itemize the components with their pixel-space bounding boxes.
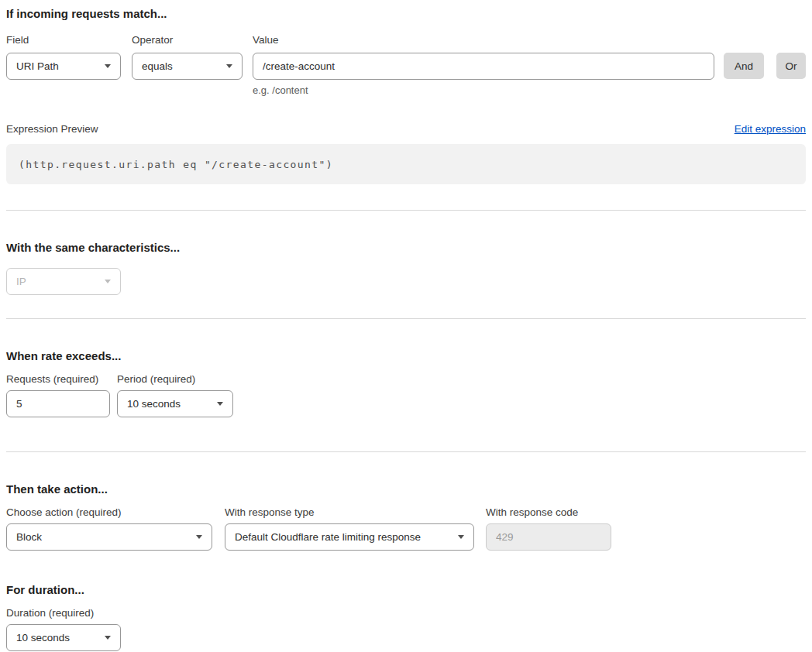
rate-heading: When rate exceeds... <box>6 348 806 364</box>
section-characteristics: With the same characteristics... IP <box>6 240 806 295</box>
section-rate: When rate exceeds... Requests (required)… <box>6 348 806 417</box>
value-input[interactable] <box>253 53 714 80</box>
duration-select-value: 10 seconds <box>16 632 70 643</box>
match-controls-row: Field URI Path Operator equals Value e.g… <box>6 34 806 96</box>
period-label: Period (required) <box>117 373 233 386</box>
response-type-select-value: Default Cloudflare rate limiting respons… <box>235 531 421 543</box>
characteristics-heading: With the same characteristics... <box>6 240 806 256</box>
expression-code-block: (http.request.uri.path eq "/create-accou… <box>6 144 806 184</box>
choose-action-label: Choose action (required) <box>6 506 212 519</box>
response-code-input <box>486 523 611 551</box>
duration-heading: For duration... <box>6 582 806 598</box>
response-type-label: With response type <box>225 506 474 519</box>
response-code-label: With response code <box>486 506 611 519</box>
value-hint: e.g. /content <box>253 84 714 96</box>
characteristic-select-value: IP <box>16 276 26 287</box>
value-label: Value <box>253 34 714 46</box>
divider <box>6 451 806 452</box>
section-duration: For duration... Duration (required) 10 s… <box>6 582 806 651</box>
operator-select[interactable]: equals <box>132 53 243 80</box>
field-label: Field <box>6 34 121 46</box>
logic-buttons: And Or <box>714 34 806 79</box>
duration-label: Duration (required) <box>6 607 121 619</box>
period-select-value: 10 seconds <box>127 398 181 410</box>
chevron-down-icon <box>226 64 232 68</box>
chevron-down-icon <box>458 535 464 539</box>
action-heading: Then take action... <box>6 482 806 497</box>
operator-select-value: equals <box>142 60 173 72</box>
operator-label: Operator <box>132 34 243 46</box>
requests-label: Requests (required) <box>6 373 110 386</box>
period-select[interactable]: 10 seconds <box>117 390 233 417</box>
or-button[interactable]: Or <box>776 53 806 79</box>
divider <box>6 210 806 211</box>
section-action: Then take action... Choose action (requi… <box>6 482 806 551</box>
chevron-down-icon <box>105 636 111 640</box>
section-match: If incoming requests match... Field URI … <box>6 6 806 184</box>
duration-select[interactable]: 10 seconds <box>6 624 121 651</box>
chevron-down-icon <box>105 280 111 283</box>
choose-action-select-value: Block <box>16 531 42 543</box>
chevron-down-icon <box>105 64 111 68</box>
field-select-value: URI Path <box>16 60 59 72</box>
response-type-select[interactable]: Default Cloudflare rate limiting respons… <box>225 523 474 551</box>
choose-action-select[interactable]: Block <box>6 523 212 551</box>
chevron-down-icon <box>196 535 202 539</box>
and-button[interactable]: And <box>724 53 764 79</box>
divider <box>6 318 806 319</box>
field-select[interactable]: URI Path <box>6 53 121 80</box>
edit-expression-link[interactable]: Edit expression <box>735 123 806 136</box>
expression-header: Expression Preview Edit expression <box>6 123 806 136</box>
expression-preview-label: Expression Preview <box>6 123 98 136</box>
requests-input[interactable] <box>6 390 110 417</box>
match-heading: If incoming requests match... <box>6 6 806 22</box>
characteristic-select: IP <box>6 268 121 295</box>
chevron-down-icon <box>217 402 223 406</box>
